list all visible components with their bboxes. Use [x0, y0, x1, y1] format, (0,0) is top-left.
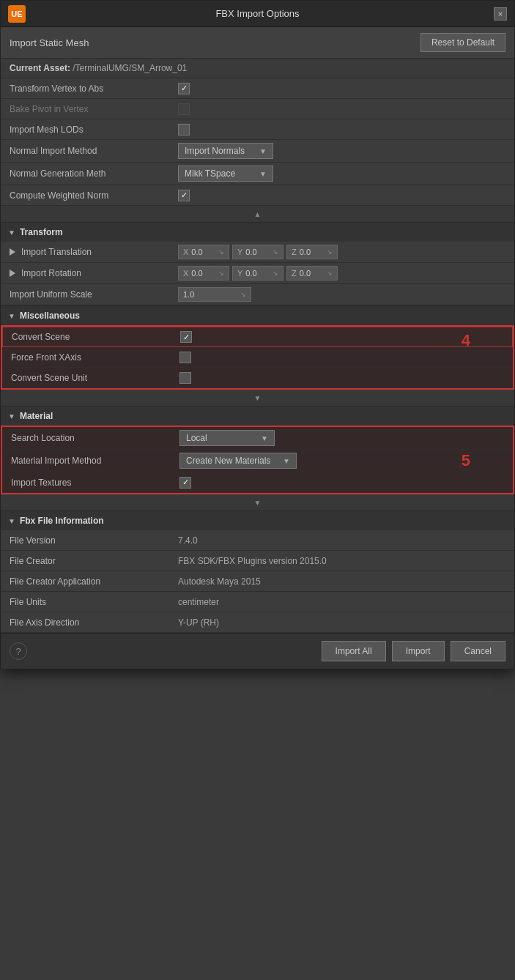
- window-title: FBX Import Options: [215, 8, 299, 19]
- material-section-header[interactable]: ▼ Material: [1, 406, 514, 426]
- transform-section-header[interactable]: ▼ Transform: [1, 222, 514, 242]
- translation-z-field[interactable]: Z 0.0 ↘: [286, 245, 338, 259]
- current-asset-label: Current Asset:: [10, 63, 70, 73]
- transform-vertex-label: Transform Vertex to Abs: [10, 83, 178, 94]
- force-front-xaxis-checkbox[interactable]: [179, 352, 191, 363]
- translation-y-field[interactable]: Y 0.0 ↘: [232, 245, 284, 259]
- normal-generation-method-row: Normal Generation Meth Mikk TSpace ▼: [1, 163, 514, 185]
- material-highlighted-box: Search Location Local ▼ Material Import …: [1, 426, 514, 494]
- asset-path-bar: Current Asset: /TerminalUMG/SM_Arrow_01: [1, 59, 514, 78]
- import-rotation-label: Import Rotation: [10, 268, 178, 278]
- file-version-label: File Version: [10, 535, 178, 546]
- import-translation-label: Import Translation: [10, 247, 178, 257]
- file-creator-value: FBX SDK/FBX Plugins version 2015.0: [178, 556, 327, 566]
- search-location-row: Search Location Local ▼: [2, 427, 513, 450]
- field-arrow-icon3: ↘: [327, 248, 333, 256]
- import-button[interactable]: Import: [392, 641, 445, 661]
- convert-scene-unit-label: Convert Scene Unit: [11, 373, 179, 383]
- import-uniform-scale-row: Import Uniform Scale 1.0 ↘: [1, 284, 514, 305]
- bake-pivot-checkbox[interactable]: [178, 103, 190, 115]
- file-creator-app-value: Autodesk Maya 2015: [178, 576, 261, 587]
- import-all-button[interactable]: Import All: [322, 641, 386, 661]
- footer-bar: ? Import All Import Cancel: [1, 633, 514, 669]
- collapse-down-arrow[interactable]: [1, 390, 514, 406]
- file-version-value: 7.4.0: [178, 535, 198, 546]
- rotation-z-field[interactable]: Z 0.0 ↘: [286, 266, 338, 281]
- mesh-options-section: Transform Vertex to Abs Bake Pivot in Ve…: [1, 78, 514, 206]
- annotation-badge-5: 5: [462, 451, 470, 470]
- import-translation-row: Import Translation X 0.0 ↘ Y 0.0 ↘ Z: [1, 242, 514, 263]
- rot-field-arrow-icon: ↘: [218, 270, 224, 277]
- file-version-row: File Version 7.4.0: [1, 530, 514, 551]
- normal-import-method-row: Normal Import Method Import Normals ▼: [1, 140, 514, 163]
- scale-field[interactable]: 1.0 ↘: [178, 287, 251, 302]
- help-button[interactable]: ?: [10, 642, 27, 660]
- rotation-x-field[interactable]: X 0.0 ↘: [178, 266, 229, 281]
- material-down-arrow-icon: [254, 497, 262, 508]
- file-creator-app-label: File Creator Application: [10, 576, 178, 587]
- convert-scene-unit-checkbox[interactable]: [179, 372, 191, 384]
- expand-icon2: [10, 270, 15, 277]
- dropdown-arrow-icon: ▼: [259, 147, 267, 155]
- force-front-xaxis-label: Force Front XAxis: [11, 352, 179, 363]
- fbx-info-section-header[interactable]: ▼ Fbx File Information: [1, 511, 514, 530]
- close-button[interactable]: ×: [494, 7, 507, 21]
- bake-pivot-label: Bake Pivot in Vertex: [10, 104, 178, 114]
- import-mesh-lods-row: Import Mesh LODs: [1, 119, 514, 140]
- convert-scene-label: Convert Scene: [12, 332, 180, 342]
- convert-scene-checkbox[interactable]: [180, 331, 192, 343]
- search-location-dropdown[interactable]: Local ▼: [179, 430, 275, 446]
- transform-vertex-checkbox[interactable]: [178, 83, 190, 94]
- material-collapse-down-arrow[interactable]: [1, 494, 514, 511]
- compute-weighted-norm-label: Compute Weighted Norm: [10, 190, 178, 201]
- expand-icon: [10, 248, 15, 256]
- material-import-method-row: Material Import Method Create New Materi…: [2, 450, 513, 472]
- normal-generation-method-dropdown[interactable]: Mikk TSpace ▼: [178, 166, 273, 182]
- translation-x-field[interactable]: X 0.0 ↘: [178, 245, 229, 259]
- annotation-badge-4: 4: [462, 331, 470, 350]
- rot-field-arrow-icon3: ↘: [327, 270, 333, 277]
- compute-weighted-norm-checkbox[interactable]: [178, 190, 190, 201]
- material-collapse-arrow: ▼: [8, 412, 15, 420]
- misc-section-header[interactable]: ▼ Miscellaneous: [1, 305, 514, 325]
- file-creator-app-row: File Creator Application Autodesk Maya 2…: [1, 571, 514, 592]
- compute-weighted-norm-row: Compute Weighted Norm: [1, 185, 514, 206]
- import-mesh-lods-label: Import Mesh LODs: [10, 125, 178, 135]
- normal-import-method-dropdown[interactable]: Import Normals ▼: [178, 143, 273, 159]
- field-arrow-icon: ↘: [218, 248, 224, 256]
- file-units-row: File Units centimeter: [1, 592, 514, 612]
- cancel-button[interactable]: Cancel: [451, 641, 505, 661]
- section-collapse-arrow: ▼: [8, 229, 15, 237]
- import-textures-checkbox[interactable]: [179, 477, 191, 489]
- rotation-y-field[interactable]: Y 0.0 ↘: [232, 266, 284, 281]
- collapse-up-arrow[interactable]: [1, 206, 514, 222]
- file-units-value: centimeter: [178, 597, 219, 607]
- app-icon: UE: [8, 5, 26, 23]
- material-import-method-dropdown[interactable]: Create New Materials ▼: [179, 453, 297, 469]
- convert-scene-row: Convert Scene: [2, 327, 513, 347]
- transform-section-label: Transform: [20, 227, 63, 237]
- file-units-label: File Units: [10, 597, 178, 607]
- file-creator-row: File Creator FBX SDK/FBX Plugins version…: [1, 551, 514, 571]
- down-arrow-icon: [254, 393, 262, 403]
- search-location-label: Search Location: [11, 433, 179, 443]
- import-textures-row: Import Textures: [2, 472, 513, 493]
- fbx-info-collapse-arrow: ▼: [8, 517, 15, 525]
- material-section-wrapper: Search Location Local ▼ Material Import …: [1, 426, 514, 494]
- fbx-info-section-label: Fbx File Information: [20, 516, 104, 526]
- file-axis-direction-row: File Axis Direction Y-UP (RH): [1, 612, 514, 633]
- content-area: Transform Vertex to Abs Bake Pivot in Ve…: [1, 78, 514, 633]
- bake-pivot-row: Bake Pivot in Vertex: [1, 99, 514, 119]
- file-axis-direction-label: File Axis Direction: [10, 617, 178, 628]
- material-section-label: Material: [20, 411, 53, 421]
- import-rotation-row: Import Rotation X 0.0 ↘ Y 0.0 ↘ Z: [1, 263, 514, 284]
- convert-scene-unit-row: Convert Scene Unit: [2, 368, 513, 388]
- misc-section-wrapper: Convert Scene Force Front XAxis Convert …: [1, 325, 514, 390]
- material-import-method-label: Material Import Method: [11, 456, 179, 466]
- file-creator-label: File Creator: [10, 556, 178, 566]
- import-mesh-lods-checkbox[interactable]: [178, 124, 190, 136]
- reset-to-default-button[interactable]: Reset to Default: [420, 33, 505, 52]
- rot-field-arrow-icon2: ↘: [273, 270, 278, 277]
- normal-generation-method-label: Normal Generation Meth: [10, 168, 178, 179]
- asset-path-value: /TerminalUMG/SM_Arrow_01: [70, 63, 187, 73]
